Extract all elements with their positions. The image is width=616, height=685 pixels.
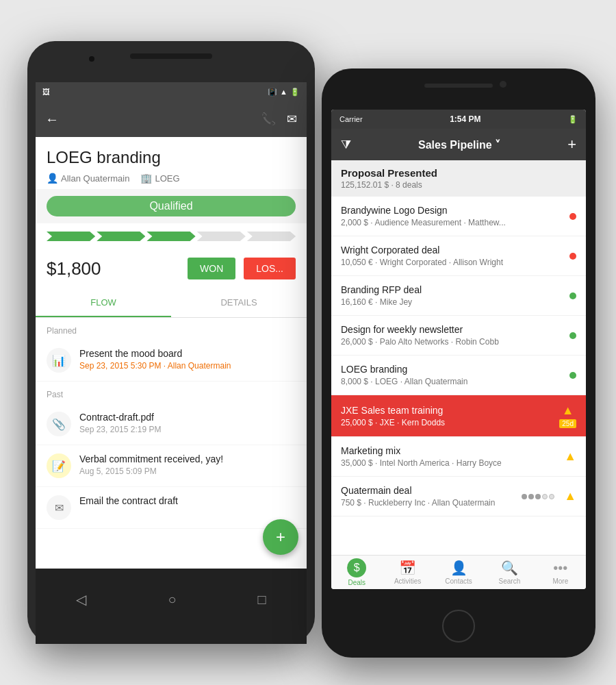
ind-dot-1 xyxy=(522,494,527,499)
pipeline-stage-header: Proposal Presented 125,152.01 $ · 8 deal… xyxy=(331,160,586,197)
deal-desc-2: 10,050 € · Wright Corporated · Allison W… xyxy=(341,258,564,267)
tab-activities[interactable]: 📅 Activities xyxy=(382,556,433,589)
won-button[interactable]: WON xyxy=(188,258,235,279)
deal-desc-3: 16,160 € · Mike Jey xyxy=(341,297,564,307)
company-icon: 🏢 xyxy=(140,173,152,184)
deal-row-3[interactable]: Branding RFP deal 16,160 € · Mike Jey xyxy=(331,276,586,316)
activity-title-4: Email the contract draft xyxy=(79,495,296,506)
image-icon: 🖼 xyxy=(42,88,50,96)
arrow-step-1 xyxy=(47,230,95,242)
email-icon[interactable]: ✉ xyxy=(287,112,297,127)
past-label: Past xyxy=(36,382,307,403)
lost-button[interactable]: LOS... xyxy=(244,258,296,279)
tab-search[interactable]: 🔍 Search xyxy=(484,556,535,589)
deals-icon: $ xyxy=(347,558,366,577)
tab-contacts[interactable]: 👤 Contacts xyxy=(433,556,484,589)
activity-icon-wrap-1: 📊 xyxy=(47,348,71,373)
deal-row-info-5: LOEG branding 8,000 $ · LOEG · Allan Qua… xyxy=(341,364,564,386)
nav-back[interactable]: ◁ xyxy=(76,591,86,608)
pipeline-title: Sales Pipeline ˅ xyxy=(351,138,567,151)
activity-title-2: Contract-draft.pdf xyxy=(79,412,296,423)
deal-indicator-1 xyxy=(569,213,576,220)
deal-indicator-2 xyxy=(569,253,576,260)
activity-title-1: Present the mood board xyxy=(79,348,296,359)
dots-indicator-8 xyxy=(522,494,554,499)
deal-header: LOEG branding 👤 Allan Quatermain 🏢 LOEG xyxy=(36,137,307,189)
activity-item-2[interactable]: 📎 Contract-draft.pdf Sep 23, 2015 2:19 P… xyxy=(36,403,307,445)
activity-text-1: Present the mood board Sep 23, 2015 5:30… xyxy=(79,348,296,371)
deal-name-8: Quatermain deal xyxy=(341,485,516,496)
battery-display: 🔋 xyxy=(568,115,578,124)
time-display: 1:54 PM xyxy=(450,114,480,124)
iphone-camera xyxy=(500,81,506,88)
iphone-home-button[interactable] xyxy=(442,610,475,643)
arrow-step-2 xyxy=(97,230,145,242)
status-time-area: 🖼 xyxy=(42,88,50,96)
contacts-label: Contacts xyxy=(445,577,472,585)
carrier-label: Carrier xyxy=(339,115,363,123)
attachment-icon: 📎 xyxy=(52,418,66,431)
android-content: LOEG branding 👤 Allan Quatermain 🏢 LOEG xyxy=(36,137,307,569)
android-top-bar: ← 📞 ✉ xyxy=(36,101,307,137)
activity-item-4[interactable]: ✉ Email the contract draft xyxy=(36,487,307,529)
deal-indicator-3 xyxy=(569,292,576,299)
deal-row-1[interactable]: Brandywine Logo Design 2,000 $ · Audienc… xyxy=(331,197,586,236)
note-icon: 📝 xyxy=(52,460,66,473)
search-label: Search xyxy=(499,577,521,585)
call-icon[interactable]: 📞 xyxy=(261,112,276,127)
deal-row-4[interactable]: Design for weekly newsletter 26,000 $ · … xyxy=(331,316,586,356)
activity-text-4: Email the contract draft xyxy=(79,495,296,508)
activity-title-3: Verbal commitment received, yay! xyxy=(79,453,296,464)
android-tabs: FLOW DETAILS xyxy=(36,289,307,318)
activity-item-3[interactable]: 📝 Verbal commitment received, yay! Aug 5… xyxy=(36,445,307,487)
tab-flow[interactable]: FLOW xyxy=(36,289,171,317)
arrow-empty-4 xyxy=(197,232,246,241)
add-icon[interactable]: + xyxy=(567,136,576,153)
ios-nav-bar: ⧩ Sales Pipeline ˅ + xyxy=(331,129,586,160)
chart-icon: 📊 xyxy=(52,354,66,367)
vibrate-icon: 📳 xyxy=(268,88,277,97)
ind-dot-2 xyxy=(528,494,534,499)
ios-status-bar: Carrier 1:54 PM 🔋 xyxy=(331,110,586,129)
activity-icon-wrap-3: 📝 xyxy=(47,453,71,478)
stage-pill[interactable]: Qualified xyxy=(47,196,296,216)
fab-button[interactable]: + xyxy=(263,519,298,555)
activity-item-1[interactable]: 📊 Present the mood board Sep 23, 2015 5:… xyxy=(36,340,307,382)
deal-indicator-4 xyxy=(569,332,576,339)
filter-icon[interactable]: ⧩ xyxy=(341,138,351,152)
tab-details[interactable]: DETAILS xyxy=(171,289,307,317)
deal-row-info-6: JXE Sales team training 25,000 $ · JXE ·… xyxy=(341,405,554,427)
deal-row-info-2: Wright Corporated deal 10,050 € · Wright… xyxy=(341,245,564,267)
tab-deals[interactable]: $ Deals xyxy=(331,556,382,589)
phones-container: 🖼 📳 ▲ 🔋 ← 📞 ✉ LOEG branding xyxy=(14,14,602,671)
nav-recents[interactable]: □ xyxy=(257,592,266,608)
deal-row-8[interactable]: Quatermain deal 750 $ · Ruckleberry Inc … xyxy=(331,477,586,516)
warning-triangle-7: ▲ xyxy=(564,449,576,464)
activity-text-2: Contract-draft.pdf Sep 23, 2015 2:19 PM xyxy=(79,412,296,434)
android-nav-bar: ◁ ○ □ xyxy=(36,569,307,644)
deal-row-6[interactable]: JXE Sales team training 25,000 $ · JXE ·… xyxy=(331,395,586,437)
android-status-bar: 🖼 📳 ▲ 🔋 xyxy=(36,82,307,101)
nav-home[interactable]: ○ xyxy=(168,592,176,608)
iphone-screen: Carrier 1:54 PM 🔋 ⧩ Sales Pipeline ˅ + P… xyxy=(331,110,586,589)
search-icon: 🔍 xyxy=(501,560,518,576)
deal-warning-6: ▲ 25d xyxy=(559,403,576,428)
deal-row-5[interactable]: LOEG branding 8,000 $ · LOEG · Allan Qua… xyxy=(331,356,586,395)
deal-row-info-4: Design for weekly newsletter 26,000 $ · … xyxy=(341,324,564,347)
activities-label: Activities xyxy=(394,577,421,585)
deal-row-2[interactable]: Wright Corporated deal 10,050 € · Wright… xyxy=(331,236,586,276)
activity-date-3: Aug 5, 2015 5:09 PM xyxy=(79,466,296,476)
ios-content: Brandywine Logo Design 2,000 $ · Audienc… xyxy=(331,197,586,589)
deal-row-info-3: Branding RFP deal 16,160 € · Mike Jey xyxy=(341,284,564,307)
status-icons-right: 📳 ▲ 🔋 xyxy=(268,88,300,97)
back-button[interactable]: ← xyxy=(45,112,59,127)
deal-desc-6: 25,000 $ · JXE · Kern Dodds xyxy=(341,418,554,427)
tab-more[interactable]: ••• More xyxy=(535,556,586,589)
stage-banner: Qualified xyxy=(36,189,307,223)
person-meta: 👤 Allan Quatermain xyxy=(47,173,129,184)
wifi-icon: ▲ xyxy=(280,88,287,96)
warning-triangle-8: ▲ xyxy=(564,489,576,503)
deal-name-3: Branding RFP deal xyxy=(341,284,564,295)
deal-row-7[interactable]: Marketing mix 35,000 $ · Intel North Ame… xyxy=(331,437,586,477)
stage-meta: 125,152.01 $ · 8 deals xyxy=(341,180,576,190)
